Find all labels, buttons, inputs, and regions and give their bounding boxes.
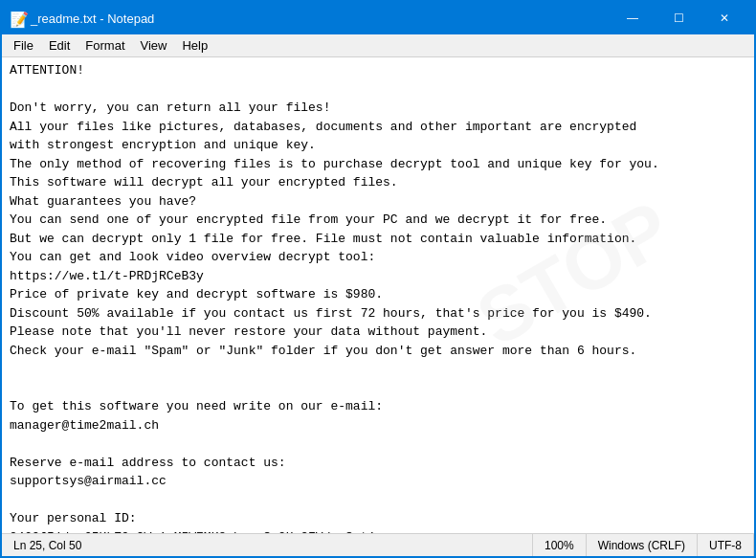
status-line-endings: Windows (CRLF) — [587, 534, 698, 556]
menu-bar: File Edit Format View Help — [2, 34, 754, 57]
status-bar: Ln 25, Col 50 100% Windows (CRLF) UTF-8 — [2, 533, 754, 556]
window-title: _readme.txt - Notepad — [31, 11, 611, 26]
title-bar: 📝 _readme.txt - Notepad — ☐ ✕ — [2, 2, 754, 34]
menu-help[interactable]: Help — [174, 36, 215, 55]
minimize-button[interactable]: — — [611, 8, 655, 29]
menu-file[interactable]: File — [6, 36, 41, 55]
window-controls: — ☐ ✕ — [611, 8, 746, 29]
menu-format[interactable]: Format — [78, 36, 132, 55]
file-content[interactable]: ATTENTION! Don't worry, you can return a… — [10, 61, 746, 533]
menu-view[interactable]: View — [133, 36, 175, 55]
menu-edit[interactable]: Edit — [41, 36, 78, 55]
status-cursor-position: Ln 25, Col 50 — [2, 534, 533, 556]
app-icon: 📝 — [10, 11, 25, 26]
text-editor-area[interactable]: STOP ATTENTION! Don't worry, you can ret… — [2, 57, 754, 533]
status-zoom: 100% — [533, 534, 587, 556]
maximize-button[interactable]: ☐ — [656, 8, 700, 29]
status-encoding: UTF-8 — [698, 534, 754, 556]
close-button[interactable]: ✕ — [702, 8, 746, 29]
notepad-window: 📝 _readme.txt - Notepad — ☐ ✕ File Edit … — [0, 0, 756, 558]
